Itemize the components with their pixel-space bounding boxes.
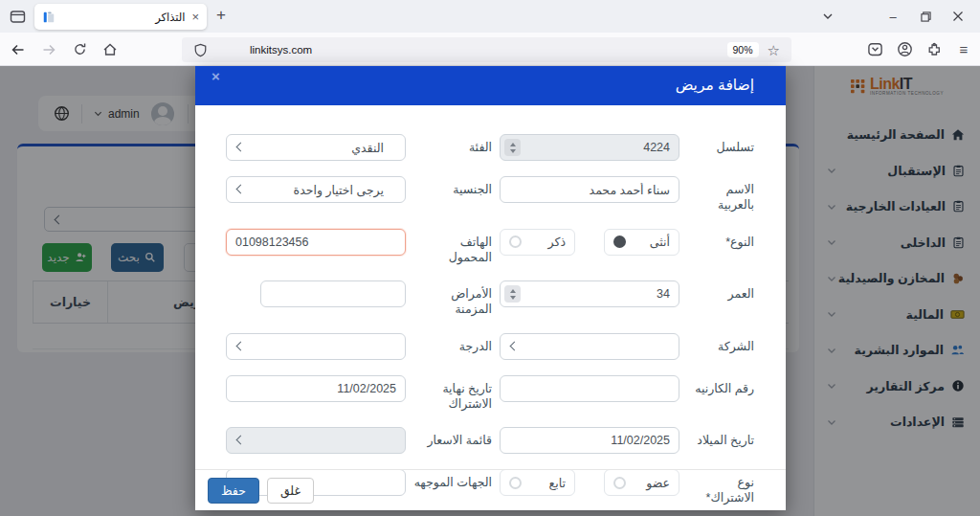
url-bar[interactable]: linkitsys.com 90% ☆ — [182, 37, 791, 62]
grade-label: الدرجة — [413, 333, 492, 360]
nationality-value: يرجى اختيار واحدة — [294, 183, 384, 197]
shield-icon[interactable] — [193, 43, 208, 57]
grade-select[interactable] — [226, 333, 406, 360]
add-patient-modal: إضافة مريض × تسلسل 4224 الفئة النقدي — [195, 66, 786, 510]
mobile-input[interactable] — [226, 229, 406, 256]
radio-checked-icon[interactable] — [613, 236, 626, 248]
cancel-button[interactable]: غلق — [267, 478, 314, 504]
serial-label: تسلسل — [687, 134, 754, 161]
window-close-button[interactable] — [942, 0, 974, 33]
price-list-label: قائمة الاسعار — [413, 427, 492, 454]
category-select[interactable]: النقدي — [226, 134, 406, 161]
birth-date-input[interactable] — [500, 427, 679, 454]
name-ar-input[interactable] — [500, 176, 679, 203]
pocket-icon[interactable] — [866, 41, 883, 58]
window-restore-button[interactable] — [909, 0, 942, 33]
gender-option-male[interactable]: ذكر — [500, 229, 575, 256]
card-no-label: رقم الكارنيه — [687, 375, 754, 413]
gender-female-label: أنثى — [650, 235, 670, 249]
birth-date-label: تاريخ الميلاد — [687, 427, 754, 454]
window-minimize-button[interactable]: – — [877, 0, 909, 33]
chronic-input[interactable] — [260, 280, 406, 307]
category-value: النقدي — [351, 141, 384, 155]
serial-value: 4224 — [643, 141, 670, 154]
modal-header: إضافة مريض × — [195, 66, 786, 105]
mobile-label: الهاتف المحمول — [413, 229, 492, 266]
gender-male-label: ذكر — [548, 235, 566, 249]
modal-footer: حفظ غلق — [195, 469, 786, 510]
window-controls: – — [812, 0, 974, 33]
browser-tab[interactable]: التذاكر × — [34, 4, 207, 30]
save-button[interactable]: حفظ — [208, 478, 259, 504]
nationality-select[interactable]: يرجى اختيار واحدة — [226, 176, 406, 203]
extensions-puzzle-icon[interactable] — [925, 41, 943, 58]
back-icon[interactable] — [10, 41, 27, 58]
serial-input: 4224 — [500, 134, 679, 161]
gender-option-female[interactable]: أنثى — [604, 229, 679, 256]
age-value: 34 — [657, 287, 670, 301]
modal-close-icon[interactable]: × — [212, 68, 220, 84]
tab-title: التذاكر — [62, 11, 185, 24]
number-spinner[interactable] — [504, 285, 521, 303]
tab-close-icon[interactable]: × — [191, 11, 199, 23]
gender-label: النوع* — [687, 229, 754, 266]
number-spinner[interactable] — [504, 139, 521, 156]
home-icon[interactable] — [101, 41, 119, 58]
category-label: الفئة — [413, 134, 492, 161]
url-text[interactable]: linkitsys.com — [250, 44, 727, 56]
sub-end-date-input[interactable] — [226, 375, 406, 402]
browser-window: التذاكر × + – — [0, 0, 980, 516]
name-ar-label: الاسم بالعربية — [687, 176, 754, 213]
browser-titlebar: التذاكر × + – — [0, 0, 980, 33]
sub-end-date-label: تاريخ نهاية الاشتراك — [413, 375, 492, 413]
radio-unchecked-icon[interactable] — [509, 236, 522, 248]
chronic-label: الأمراض المزمنة — [413, 280, 492, 318]
card-no-input[interactable] — [500, 375, 679, 402]
company-select[interactable] — [500, 333, 679, 360]
nationality-label: الجنسية — [413, 176, 492, 213]
zoom-level-chip[interactable]: 90% — [727, 42, 759, 57]
browser-toolbar: linkitsys.com 90% ☆ ≡ — [0, 33, 980, 66]
bookmark-star-icon[interactable]: ☆ — [768, 43, 780, 57]
gender-radio-group: أنثى ذكر — [500, 229, 679, 266]
age-label: العمر — [687, 280, 754, 318]
forward-icon[interactable] — [40, 41, 57, 58]
new-tab-button[interactable]: + — [216, 6, 226, 25]
modal-title: إضافة مريض — [676, 77, 754, 94]
list-tabs-chevron-icon[interactable] — [812, 0, 844, 33]
modal-body: تسلسل 4224 الفئة النقدي الاسم بالعربية ا… — [195, 105, 786, 469]
tab-favicon — [42, 11, 56, 24]
page-viewport: admin 5 جديد بحث م — [0, 66, 980, 516]
firefox-view-icon[interactable] — [10, 9, 26, 25]
price-list-select — [226, 427, 406, 454]
account-icon[interactable] — [896, 41, 913, 58]
menu-hamburger-icon[interactable]: ≡ — [955, 41, 972, 58]
company-label: الشركة — [687, 333, 754, 360]
age-input[interactable]: 34 — [500, 280, 679, 307]
reload-icon[interactable] — [71, 41, 88, 58]
